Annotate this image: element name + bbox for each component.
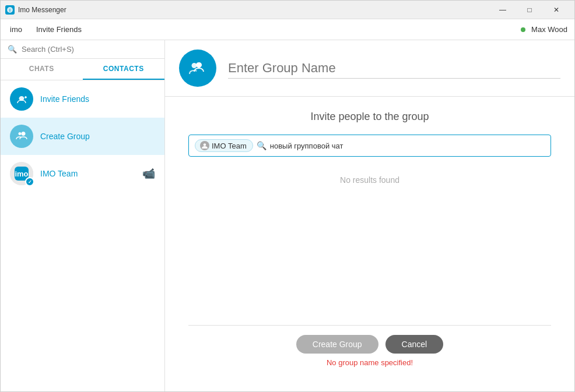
create-group-label: Create Group [40,132,90,141]
sidebar-item-create-group[interactable]: Create Group [1,118,164,155]
selected-contact-chip: IMO Team [195,139,253,152]
inline-search-icon: 🔍 [257,141,267,150]
create-group-button[interactable]: Create Group [296,335,378,354]
tags-search-container[interactable]: IMO Team 🔍 [188,135,551,157]
app-title: Imo Messenger [18,6,66,14]
svg-point-11 [204,143,206,146]
svg-point-5 [16,130,27,142]
menu-invite-friends[interactable]: Invite Friends [34,23,84,36]
search-bar: 🔍 [1,40,164,59]
app-icon: i [5,5,15,15]
search-icon: 🔍 [8,45,17,54]
user-name: Max Wood [531,25,567,34]
invite-title: Invite people to the group [188,111,551,123]
minimize-button[interactable]: — [489,1,516,19]
group-avatar[interactable] [179,50,216,87]
user-info: Max Wood [520,25,567,34]
sidebar-item-imo-team[interactable]: imo ✓ IMO Team 📹 [1,155,164,192]
content-panel: Invite people to the group IMO Team � [165,40,574,392]
video-call-icon: 📹 [142,167,155,180]
sidebar: 🔍 CHATS CONTACTS Inv [1,40,165,392]
sidebar-item-invite-friends[interactable]: Invite Friends [1,80,164,118]
group-name-input[interactable] [228,58,560,79]
error-message: No group name specified! [327,358,413,367]
invite-section: Invite people to the group IMO Team � [165,97,574,392]
maximize-button[interactable]: □ [516,1,543,19]
tab-contacts[interactable]: CONTACTS [83,59,165,80]
invite-friends-label: Invite Friends [40,94,89,104]
search-input[interactable] [22,45,157,54]
invite-friends-icon [10,87,33,111]
imo-team-avatar: imo ✓ [10,162,33,185]
tab-chats[interactable]: CHATS [1,59,83,80]
tabs: CHATS CONTACTS [1,59,164,80]
sidebar-list: Invite Friends Create Group [1,80,164,392]
close-button[interactable]: ✕ [543,1,570,19]
svg-text:i: i [9,8,10,12]
footer-buttons: Create Group Cancel No group name specif… [188,325,551,379]
imo-team-label: IMO Team [40,169,78,178]
title-bar: i Imo Messenger — □ ✕ [1,1,574,19]
menu-items: imo Invite Friends [8,23,84,36]
chip-label: IMO Team [212,142,247,150]
chip-avatar-icon [200,141,209,150]
no-results-text: No results found [188,175,551,185]
button-row: Create Group Cancel [296,335,443,354]
window-controls: — □ ✕ [489,1,570,19]
menu-imo[interactable]: imo [8,23,24,36]
imo-verified-badge: ✓ [25,177,34,186]
group-header [165,40,574,97]
svg-text:imo: imo [15,169,28,178]
menu-bar: imo Invite Friends Max Wood [1,19,574,40]
main-layout: 🔍 CHATS CONTACTS Inv [1,40,574,392]
title-bar-left: i Imo Messenger [5,5,66,15]
online-status-dot [520,26,527,33]
people-search-input[interactable] [270,142,545,150]
cancel-button[interactable]: Cancel [385,335,444,354]
create-group-icon [10,125,33,148]
